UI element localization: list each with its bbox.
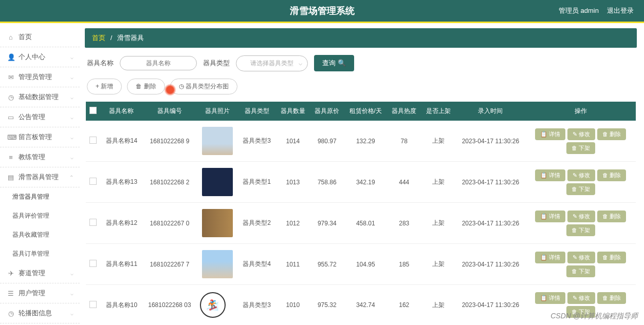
sidebar-item-track[interactable]: ✈赛道管理⌵: [0, 263, 80, 283]
edit-button[interactable]: ✎ 修改: [567, 292, 595, 304]
sidebar-item-notice[interactable]: ▭公告管理⌵: [0, 107, 80, 127]
sidebar-item-equipment[interactable]: ▤滑雪器具管理⌃: [0, 167, 80, 187]
offshelf-button[interactable]: 🗑 下架: [566, 183, 595, 195]
clock-icon: ◷: [7, 310, 14, 317]
submenu-label: 器具订单管理: [12, 250, 49, 258]
detail-button[interactable]: 📋 详情: [535, 292, 565, 304]
sidebar-item-carousel[interactable]: ◷轮播图信息⌵: [0, 303, 80, 323]
cell-heat: 444: [387, 162, 421, 203]
edit-button[interactable]: ✎ 修改: [567, 128, 595, 140]
row-checkbox[interactable]: [89, 260, 97, 267]
list-icon: ≡: [7, 154, 14, 161]
logout-link[interactable]: 退出登录: [607, 6, 634, 15]
table-row: 器具名称141681022268 9器具类型31014980.97132.297…: [86, 121, 636, 162]
submenu-item-order[interactable]: 器具订单管理: [0, 244, 80, 263]
sidebar-item-label: 个人中心: [19, 52, 45, 62]
equipment-thumb-icon[interactable]: [202, 127, 233, 155]
table-header: 器具照片: [197, 102, 238, 121]
chevron-down-icon: ⌵: [70, 114, 73, 120]
sidebar-item-user[interactable]: ☰用户管理⌵: [0, 283, 80, 303]
sidebar-item-label: 留言板管理: [19, 132, 52, 142]
cell-code: 1681022268 03: [142, 285, 197, 326]
row-checkbox[interactable]: [89, 301, 97, 308]
offshelf-button[interactable]: 🗑 下架: [566, 265, 595, 277]
sidebar-item-basedata[interactable]: ◷基础数据管理⌵: [0, 87, 80, 107]
row-checkbox[interactable]: [89, 219, 97, 226]
detail-button[interactable]: 📋 详情: [535, 169, 565, 181]
table-header: 录入时间: [455, 102, 526, 121]
sidebar-item-home[interactable]: ⌂首页: [0, 27, 80, 47]
chevron-down-icon: ⌵: [70, 135, 73, 140]
cell-price: 980.97: [310, 121, 344, 162]
mail-icon: ✉: [7, 73, 14, 81]
chevron-down-icon: ⌵: [70, 311, 73, 316]
submenu-label: 滑雪器具管理: [12, 193, 49, 201]
equipment-thumb-icon[interactable]: [202, 209, 233, 237]
edit-button[interactable]: ✎ 修改: [567, 169, 595, 181]
chart-button[interactable]: ◷ 器具类型分布图: [170, 79, 237, 94]
equipment-thumb-icon[interactable]: 🏂: [200, 292, 226, 318]
table-row: 器具名称111681022267 7器具类型41011955.72104.951…: [86, 244, 636, 285]
sidebar-item-coach[interactable]: ≡教练管理⌵: [0, 147, 80, 167]
header: 滑雪场管理系统 管理员 admin 退出登录: [0, 0, 644, 22]
breadcrumb-current: 滑雪器具: [117, 34, 144, 42]
equipment-thumb-icon[interactable]: [202, 168, 233, 196]
search-type-select[interactable]: 请选择器具类型⌵: [236, 55, 308, 71]
breadcrumb-home[interactable]: 首页: [92, 34, 105, 42]
table-header: 器具名称: [101, 102, 142, 121]
menu-icon: ☰: [7, 290, 14, 297]
cell-thumb: [197, 244, 238, 285]
sidebar-item-label: 管理员管理: [19, 72, 52, 82]
table-header: 租赁价格/天: [344, 102, 388, 121]
row-delete-button[interactable]: 🗑 删除: [597, 252, 626, 263]
cell-rent: 342.19: [344, 162, 388, 203]
table-row: 器具名称121681022267 0器具类型21012979.34458.012…: [86, 203, 636, 244]
offshelf-button[interactable]: 🗑 下架: [566, 224, 595, 236]
sidebar-item-label: 轮播图信息: [19, 309, 52, 318]
offshelf-button[interactable]: 🗑 下架: [566, 142, 595, 154]
search-name-input[interactable]: [120, 56, 197, 70]
cell-qty: 1014: [276, 121, 310, 162]
sidebar-item-profile[interactable]: 👤个人中心⌵: [0, 47, 80, 67]
cell-type: 器具类型3: [238, 121, 276, 162]
cell-shelf: 上架: [421, 285, 455, 326]
row-checkbox[interactable]: [89, 178, 97, 185]
query-button[interactable]: 查询 🔍: [314, 55, 354, 71]
admin-label[interactable]: 管理员 admin: [559, 6, 599, 15]
row-checkbox[interactable]: [89, 137, 97, 144]
cell-shelf: 上架: [421, 244, 455, 285]
cell-rent: 104.95: [344, 244, 388, 285]
chevron-down-icon: ⌵: [70, 74, 73, 80]
sidebar-item-label: 基础数据管理: [19, 92, 59, 102]
table-row: 器具名称131681022268 2器具类型11013758.86342.194…: [86, 162, 636, 203]
equipment-thumb-icon[interactable]: [202, 250, 233, 278]
cell-qty: 1012: [276, 203, 310, 244]
detail-button[interactable]: 📋 详情: [535, 252, 565, 263]
submenu-item-review[interactable]: 器具评价管理: [0, 206, 80, 225]
sidebar-item-message[interactable]: ⌨留言板管理⌵: [0, 127, 80, 147]
cell-price: 979.34: [310, 203, 344, 244]
table-header: 器具数量: [276, 102, 310, 121]
edit-button[interactable]: ✎ 修改: [567, 211, 595, 222]
table-header: 器具类型: [238, 102, 276, 121]
cell-type: 器具类型4: [238, 244, 276, 285]
submenu-item-favorite[interactable]: 器具收藏管理: [0, 225, 80, 244]
submenu-item-equip-mgmt[interactable]: 滑雪器具管理: [0, 187, 80, 206]
edit-button[interactable]: ✎ 修改: [567, 252, 595, 263]
delete-button[interactable]: 🗑 删除: [127, 79, 164, 94]
submenu-equipment: 滑雪器具管理 器具评价管理 器具收藏管理 器具订单管理: [0, 187, 80, 263]
row-delete-button[interactable]: 🗑 删除: [597, 169, 626, 181]
sidebar-item-admin[interactable]: ✉管理员管理⌵: [0, 67, 80, 87]
row-delete-button[interactable]: 🗑 删除: [597, 128, 626, 140]
add-button[interactable]: + 新增: [87, 79, 122, 94]
detail-button[interactable]: 📋 详情: [535, 211, 565, 222]
chevron-down-icon: ⌵: [70, 54, 73, 60]
cell-qty: 1013: [276, 162, 310, 203]
sidebar-item-label: 赛道管理: [19, 269, 45, 278]
cell-ops: 📋 详情✎ 修改🗑 删除🗑 下架: [526, 121, 636, 162]
detail-button[interactable]: 📋 详情: [535, 128, 565, 140]
select-all-checkbox[interactable]: [89, 107, 97, 114]
row-delete-button[interactable]: 🗑 删除: [597, 211, 626, 222]
row-delete-button[interactable]: 🗑 删除: [597, 292, 626, 304]
cell-code: 1681022267 0: [142, 203, 197, 244]
